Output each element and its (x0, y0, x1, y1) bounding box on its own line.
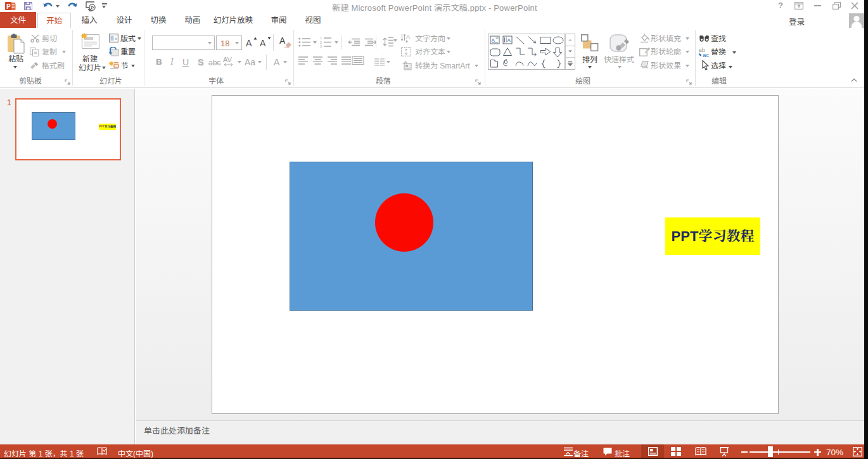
svg-text:3: 3 (320, 44, 322, 48)
svg-text:ac: ac (703, 51, 709, 58)
svg-text:P: P (6, 3, 11, 10)
svg-text:1: 1 (320, 36, 322, 40)
svg-text:A: A (507, 37, 511, 43)
svg-text:2: 2 (320, 41, 322, 44)
svg-text:A: A (406, 34, 410, 40)
